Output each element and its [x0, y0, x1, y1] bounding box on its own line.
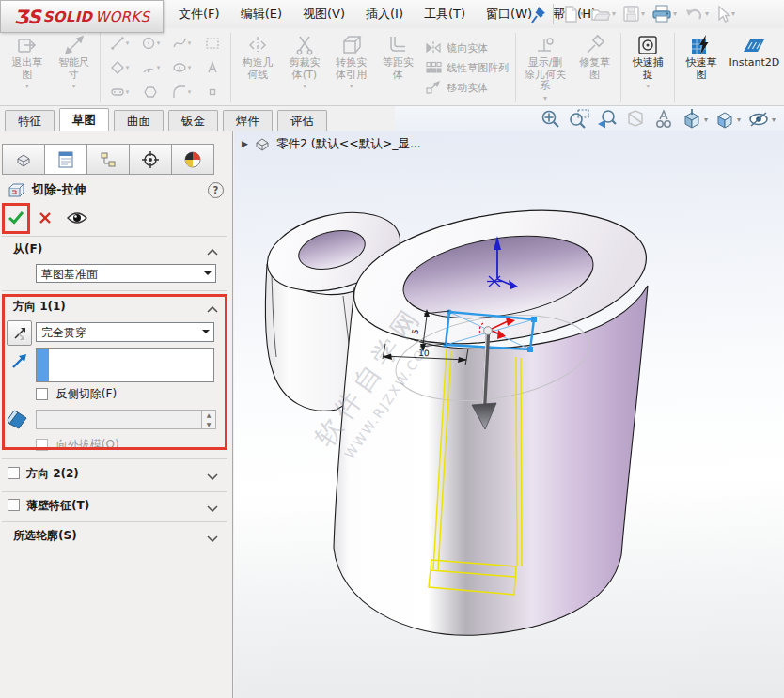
tab-evaluate[interactable]: 评估 [277, 110, 327, 131]
expand-chevron-icon[interactable] [207, 470, 218, 483]
tab-features[interactable]: 特征 [5, 110, 55, 131]
undo-caret-icon[interactable]: ▾ [705, 9, 709, 18]
ok-button[interactable] [8, 210, 24, 227]
spin-down-icon[interactable]: ▼ [202, 420, 215, 429]
help-icon[interactable]: ? [208, 182, 224, 198]
tab-property-manager[interactable] [44, 144, 87, 175]
menu-window[interactable]: 窗口(W) [486, 6, 532, 23]
quick-snaps-caret-icon[interactable]: ▾ [646, 82, 650, 90]
zoom-to-fit-button[interactable] [540, 108, 562, 131]
graphics-viewport[interactable]: ▶ 零件2 (默认<<默认>_显... [234, 131, 784, 698]
sketch-vertex-handle[interactable] [527, 347, 533, 352]
rapid-sketch-button[interactable]: 快速草图 [678, 30, 725, 105]
draft-outward-checkbox[interactable] [36, 439, 48, 451]
text-tool[interactable] [196, 55, 227, 80]
tab-display-manager[interactable] [171, 144, 214, 175]
tab-dimxpert-manager[interactable] [129, 144, 172, 175]
spline-tool[interactable]: ▾ [165, 31, 196, 55]
flip-side-checkbox[interactable] [36, 388, 48, 400]
zoom-to-area-button[interactable] [568, 108, 590, 131]
direction-reference-listbox[interactable] [36, 348, 214, 382]
repair-sketch-button[interactable]: 修复草图 [572, 30, 619, 105]
section-from[interactable]: 从(F) [0, 241, 233, 258]
instant2d-button[interactable]: Instant2D [725, 30, 784, 105]
draft-outward-checkbox-row[interactable]: 向外拔模(O) [36, 437, 119, 453]
move-entities-button[interactable]: 移动实体 [425, 80, 509, 95]
cancel-button[interactable] [39, 212, 51, 226]
menu-insert[interactable]: 插入(I) [366, 6, 403, 23]
fillet-tool[interactable]: ▾ [165, 80, 196, 104]
slot-tool[interactable]: ▾ [103, 80, 134, 104]
smart-dimension-button[interactable]: 智能尺寸 ▾ [51, 30, 98, 105]
spline-caret-icon[interactable]: ▾ [188, 39, 192, 47]
tab-sketch[interactable]: 草图 [59, 108, 109, 131]
tab-sheet-metal[interactable]: 钣金 [168, 110, 218, 131]
polygon-caret-icon[interactable]: ▾ [126, 64, 130, 71]
flip-side-checkbox-row[interactable]: 反侧切除(F) [36, 386, 117, 402]
print-button[interactable]: ▾ [651, 4, 681, 23]
menu-view[interactable]: 视图(V) [303, 6, 345, 23]
linear-sketch-pattern-button[interactable]: 线性草图阵列 [425, 60, 509, 75]
tab-feature-manager[interactable] [2, 144, 45, 175]
hexagon-tool[interactable] [134, 80, 165, 104]
sketch-picture-tool[interactable] [196, 31, 227, 55]
new-caret-icon[interactable]: ▾ [580, 9, 584, 18]
save-button[interactable]: ▾ [622, 5, 649, 23]
exit-sketch-button[interactable]: 退出草图 ▾ [4, 30, 51, 105]
circle-caret-icon[interactable]: ▾ [157, 39, 161, 47]
menu-file[interactable]: 文件(F) [179, 6, 220, 23]
construction-geometry-button[interactable]: 构造几何线 [234, 30, 281, 105]
smart-dimension-caret-icon[interactable]: ▾ [72, 82, 76, 90]
apply-scene-caret-icon[interactable]: ▾ [704, 116, 708, 124]
draft-angle-input[interactable]: ▲▼ [36, 410, 216, 429]
hide-show-annotations-button[interactable] [652, 108, 675, 131]
new-document-button[interactable]: ▾ [562, 5, 588, 23]
expand-chevron-icon[interactable] [207, 502, 218, 515]
line-tool[interactable]: ▾ [103, 31, 134, 55]
save-caret-icon[interactable]: ▾ [641, 9, 645, 18]
from-condition-select[interactable]: 草图基准面 [36, 264, 216, 283]
collapse-chevron-icon[interactable] [207, 245, 218, 258]
apply-scene-button[interactable]: ▾ [681, 108, 708, 131]
sketch-vertex-handle[interactable] [531, 317, 537, 322]
menu-tools[interactable]: 工具(T) [424, 6, 465, 23]
pin-menu-icon[interactable] [529, 5, 546, 27]
ellipse-tool[interactable]: ▾ [165, 55, 196, 80]
expand-chevron-icon[interactable] [207, 532, 218, 545]
spinner-buttons[interactable]: ▲▼ [201, 411, 215, 428]
reverse-direction-button[interactable] [7, 320, 32, 346]
direction2-checkbox[interactable] [8, 467, 20, 479]
print-caret-icon[interactable]: ▾ [673, 9, 677, 18]
section-thin-feature[interactable]: 薄壁特征(T) [0, 498, 233, 515]
slot-caret-icon[interactable]: ▾ [126, 88, 130, 96]
section-view-button[interactable] [624, 108, 647, 131]
display-style-button[interactable]: ▾ [713, 108, 741, 131]
previous-view-button[interactable] [596, 108, 619, 131]
exit-sketch-caret-icon[interactable]: ▾ [25, 82, 29, 90]
open-caret-icon[interactable]: ▾ [612, 9, 616, 18]
mirror-entities-button[interactable]: 镜向实体 [425, 40, 509, 55]
detailed-preview-button[interactable] [66, 210, 88, 228]
hide-show-caret-icon[interactable]: ▾ [772, 116, 776, 124]
tab-weldments[interactable]: 焊件 [223, 110, 273, 131]
circle-tool[interactable]: ▾ [134, 31, 165, 55]
trim-entities-button[interactable]: 剪裁实体(T) ▾ [281, 30, 328, 105]
undo-button[interactable]: ▾ [683, 6, 713, 23]
relations-ca<|begin_of_text|>ret-icon[interactable]: ▾ [543, 94, 547, 102]
model-scene[interactable]: 软件自学网 WWW.RJZXW.COM [234, 131, 784, 698]
collapse-chevron-icon[interactable] [207, 302, 218, 316]
hide-show-items-button[interactable]: ▾ [746, 108, 776, 131]
menu-edit[interactable]: 编辑(E) [241, 6, 282, 23]
arc-tool[interactable]: ▾ [134, 55, 165, 80]
fillet-caret-icon[interactable]: ▾ [188, 88, 192, 96]
end-condition-select[interactable]: 完全贯穿 [36, 322, 214, 342]
section-selected-contours[interactable]: 所选轮廓(S) [0, 528, 233, 545]
point-tool[interactable] [196, 80, 227, 104]
convert-caret-icon[interactable]: ▾ [350, 82, 353, 90]
arc-caret-icon[interactable]: ▾ [157, 64, 161, 71]
open-document-button[interactable]: ▾ [590, 6, 619, 23]
line-caret-icon[interactable]: ▾ [126, 39, 130, 47]
select-caret-icon[interactable]: ▾ [731, 9, 735, 18]
quick-snaps-button[interactable]: 快速捕捉 ▾ [624, 30, 671, 105]
thin-feature-checkbox[interactable] [8, 499, 20, 511]
